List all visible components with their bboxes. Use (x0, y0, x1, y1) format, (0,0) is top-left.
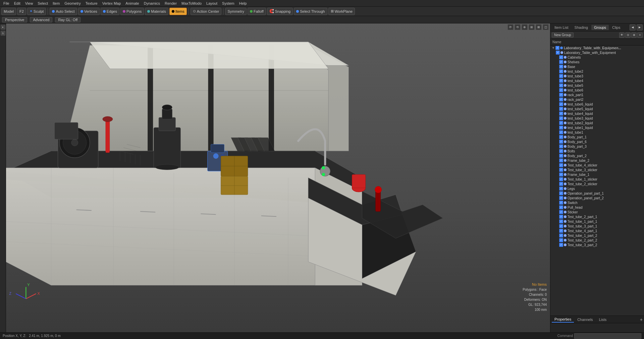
snapping-btn[interactable]: 🧲 Snapping (267, 8, 293, 15)
left-tool-2[interactable]: S (1, 31, 5, 36)
item-check-test_tube4[interactable] (559, 79, 563, 83)
tree-item-test_tube1_liquid[interactable]: test_tube1_liquid (550, 125, 644, 130)
tab-groups[interactable]: Groups (591, 25, 609, 30)
select-through-btn[interactable]: Select Through (294, 8, 327, 15)
viewport[interactable]: X Y Z ⟳ ⟲ ⊕ ⊞ ⊠ ◫ No Items Polygons : Fa… (6, 23, 550, 332)
tree-item-test_tube6_liquid[interactable]: test_tube6_liquid (550, 102, 644, 107)
panel-collapse-btn[interactable]: ▶ (637, 24, 643, 30)
item-check-test_tube3_liquid[interactable] (559, 116, 563, 120)
vp-grid-btn[interactable]: ⊞ (529, 24, 535, 30)
tree-item-lab_table[interactable]: Laboratory_Table_with_Equipment (550, 50, 644, 55)
tree-item-shelves[interactable]: Shelves (550, 60, 644, 64)
prop-tab-lists[interactable]: Lists (596, 317, 609, 322)
tree-item-test_tube1_part2[interactable]: Test_tube_1_part_2 (550, 233, 644, 238)
menu-animate[interactable]: Animate (123, 1, 141, 6)
item-check-test_tube2_sticker[interactable] (559, 182, 563, 186)
tree-item-legs[interactable]: Legs (550, 186, 644, 191)
item-check-test_tube2_part1[interactable] (559, 215, 563, 219)
menu-edit[interactable]: Edit (12, 1, 22, 6)
tree-item-test_tube2_sticker[interactable]: Test_tube_2_sticker (550, 182, 644, 186)
groups-tree-list[interactable]: ▼ Laboratory_Table_with_Equipmen... Labo… (550, 46, 644, 316)
tree-item-frame_tube2[interactable]: Frame_tube_2 (550, 158, 644, 163)
edges-btn[interactable]: Edges (101, 8, 119, 15)
item-check-test_tube5[interactable] (559, 83, 563, 87)
menu-item[interactable]: Item (51, 1, 62, 6)
item-check-base[interactable] (559, 65, 563, 69)
tree-item-test_tube6[interactable]: test_tube6 (550, 88, 644, 92)
item-check-frame_tube1[interactable] (559, 173, 563, 177)
item-check-frame_tube2[interactable] (559, 158, 563, 162)
item-check-op_panel2[interactable] (559, 196, 563, 200)
tree-item-test_tube3_sticker[interactable]: Test_tube_3_sticker (550, 167, 644, 172)
tree-item-switch[interactable]: Switch (550, 200, 644, 205)
polygons-btn[interactable]: Polygons (120, 8, 144, 15)
tree-item-frame_tube1[interactable]: Frame_tube_1 (550, 172, 644, 177)
auto-select-btn[interactable]: Auto Select (50, 8, 77, 15)
item-check-switch[interactable] (559, 201, 563, 205)
item-check-legs[interactable] (559, 187, 563, 191)
vp-zoom-fit-btn[interactable]: ⊕ (522, 24, 528, 30)
item-check-lab_table[interactable] (556, 51, 560, 55)
menu-texture[interactable]: Texture (84, 1, 100, 6)
group-view-2-btn[interactable]: ⊡ (625, 32, 631, 38)
perspective-btn[interactable]: Perspective (2, 17, 27, 22)
item-check-root[interactable] (555, 46, 559, 50)
prop-tab-channels[interactable]: Channels (575, 317, 595, 322)
tree-item-test_tube4_liquid[interactable]: test_tube4_liquid (550, 111, 644, 116)
menu-layout[interactable]: Layout (204, 1, 219, 6)
tree-item-rack_part1[interactable]: rack_part1 (550, 92, 644, 97)
prop-tab-properties[interactable]: Properties (552, 317, 574, 323)
falloff-btn[interactable]: Falloff (248, 8, 266, 15)
item-check-shelves[interactable] (559, 60, 563, 64)
item-check-bolts[interactable] (559, 149, 563, 153)
tree-item-bolts[interactable]: Bolts (550, 149, 644, 153)
raygl-btn[interactable]: Ray GL: Off (55, 17, 80, 22)
item-check-test_tube3_part1[interactable] (559, 224, 563, 228)
tree-item-op_panel2[interactable]: Operation_panel_part_2 (550, 196, 644, 200)
tree-item-test_tube2[interactable]: test_tube2 (550, 69, 644, 74)
tree-item-test_tube4_sticker[interactable]: Test_tube_4_sticker (550, 163, 644, 167)
new-group-btn[interactable]: New Group (552, 32, 574, 38)
item-check-test_tube4_liquid[interactable] (559, 112, 563, 116)
tab-item-list[interactable]: Item List (552, 25, 571, 30)
item-check-test_tube3[interactable] (559, 74, 563, 78)
tree-item-test_tube4[interactable]: test_tube4 (550, 78, 644, 83)
tree-item-body_part1[interactable]: Body_part_1 (550, 135, 644, 139)
tree-item-test_tube3[interactable]: test_tube3 (550, 74, 644, 78)
item-check-test_tube2_liquid[interactable] (559, 121, 563, 125)
tree-item-pull_head[interactable]: Pull_head (550, 205, 644, 210)
tree-item-sticker[interactable]: Sticker (550, 210, 644, 214)
menu-help[interactable]: Help (237, 1, 249, 6)
tree-item-base[interactable]: Base (550, 64, 644, 69)
tree-item-test_tube4_part1[interactable]: Test_tube_4_part_1 (550, 228, 644, 233)
tree-item-body_part2[interactable]: Body_part_2 (550, 153, 644, 158)
item-check-test_tube1_sticker[interactable] (559, 177, 563, 181)
tree-item-test_tube3_liquid[interactable]: test_tube3_liquid (550, 116, 644, 121)
workplane-btn[interactable]: ⊞ WorkPlane (328, 8, 355, 15)
item-check-test_tube2_part2[interactable] (559, 238, 563, 242)
tree-arrow-root[interactable]: ▼ (552, 46, 555, 50)
menu-geometry[interactable]: Geometry (62, 1, 83, 6)
item-check-sticker[interactable] (559, 210, 563, 214)
tree-item-test_tube3_part1[interactable]: Test_tube_3_part_1 (550, 224, 644, 228)
item-check-body_part6[interactable] (559, 140, 563, 144)
materials-btn[interactable]: Materials (145, 8, 168, 15)
symmetry-btn[interactable]: Symmetry (225, 8, 247, 15)
item-check-test_tube1_liquid[interactable] (559, 126, 563, 130)
vp-reset-btn[interactable]: ⟳ (507, 24, 514, 30)
tree-item-test_tube1_sticker[interactable]: Test_tube_1_sticker (550, 177, 644, 182)
menu-render[interactable]: Render (163, 1, 179, 6)
item-check-test_tube4_part1[interactable] (559, 229, 563, 233)
item-check-op_panel1[interactable] (559, 191, 563, 195)
menu-view[interactable]: View (23, 1, 35, 6)
tree-item-body_part3[interactable]: Body_part_3 (550, 144, 644, 149)
menu-dynamics[interactable]: Dynamics (142, 1, 162, 6)
item-check-rack_part1[interactable] (559, 93, 563, 97)
item-check-test_tube5_liquid[interactable] (559, 107, 563, 111)
tree-item-root[interactable]: ▼ Laboratory_Table_with_Equipmen... (550, 46, 644, 50)
add-prop-btn[interactable]: + (640, 317, 643, 322)
group-view-3-btn[interactable]: ⊞ (631, 32, 637, 38)
group-view-1-btn[interactable]: 👁 (619, 32, 625, 38)
tree-item-test_tube3_part2[interactable]: Test_tube_3_part_2 (550, 243, 644, 247)
vp-maximize-btn[interactable]: ⊠ (536, 24, 542, 30)
